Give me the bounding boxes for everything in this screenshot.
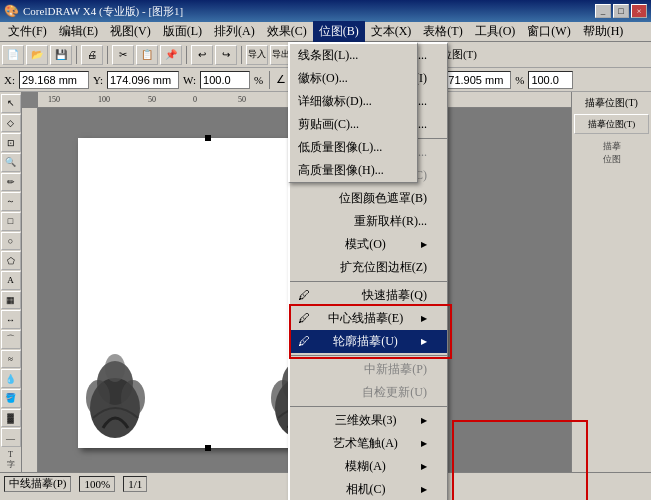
text-tool[interactable]: A [1, 271, 21, 290]
menu-arrange[interactable]: 排列(A) [208, 21, 261, 42]
menu-art-strokes[interactable]: 艺术笔触(A) ▶ [290, 432, 447, 455]
quick-trace-label: 快速描摹(Q) [362, 287, 427, 304]
shape-tool[interactable]: ◇ [1, 114, 21, 133]
cut-button[interactable]: ✂ [112, 45, 134, 65]
print-button[interactable]: 🖨 [81, 45, 103, 65]
save-button[interactable]: 💾 [50, 45, 72, 65]
undo-button[interactable]: ↩ [191, 45, 213, 65]
ellipse-tool[interactable]: ○ [1, 232, 21, 251]
crop-tool[interactable]: ⊡ [1, 133, 21, 152]
menu-mode[interactable]: 模式(O) ▶ [290, 233, 447, 256]
submenu-low-quality[interactable]: 低质量图像(L)... [290, 136, 417, 159]
menu-tools[interactable]: 工具(O) [469, 21, 522, 42]
polygon-tool[interactable]: ⬠ [1, 251, 21, 270]
paste-button[interactable]: 📌 [160, 45, 182, 65]
minimize-button[interactable]: _ [595, 4, 611, 18]
menu-window[interactable]: 窗口(W) [521, 21, 576, 42]
x-input[interactable]: 29.168 mm [19, 71, 89, 89]
menu-help[interactable]: 帮助(H) [577, 21, 630, 42]
detailed-logo-label: 详细徽标(D)... [298, 93, 372, 110]
mode-label: 模式(O) [345, 236, 386, 253]
ruler-vertical [22, 108, 38, 472]
menu-camera[interactable]: 相机(C) ▶ [290, 478, 447, 500]
page-info: 1/1 [128, 478, 142, 490]
window-controls: _ □ × [595, 4, 647, 18]
smart-draw-tool[interactable]: ～ [1, 192, 21, 211]
handle-bottom[interactable] [205, 445, 211, 451]
3d-arrow: ▶ [421, 416, 427, 425]
menu-outline-trace[interactable]: 🖊 轮廓描摹(U) ▶ [290, 330, 447, 353]
interactive-fill-tool[interactable]: 🪣 [1, 389, 21, 408]
open-button[interactable]: 📂 [26, 45, 48, 65]
low-quality-label: 低质量图像(L)... [298, 139, 382, 156]
copy-button[interactable]: 📋 [136, 45, 158, 65]
redo-button[interactable]: ↪ [215, 45, 237, 65]
divider-2 [290, 281, 447, 282]
trace-bitmap-button[interactable]: 描摹位图(T) [574, 114, 649, 134]
menu-view[interactable]: 视图(V) [104, 21, 157, 42]
freehand-tool[interactable]: ✏ [1, 173, 21, 192]
menu-centerline-trace[interactable]: 🖊 中心线描摹(E) ▶ [290, 307, 447, 330]
zoom-tool[interactable]: 🔍 [1, 153, 21, 172]
menu-bitmap[interactable]: 位图(B) [313, 21, 365, 42]
new-button[interactable]: 📄 [2, 45, 24, 65]
rectangle-tool[interactable]: □ [1, 212, 21, 231]
eyedropper-tool[interactable]: 💧 [1, 369, 21, 388]
status-page: 1/1 [123, 476, 147, 492]
connector-tool[interactable]: ⌒ [1, 330, 21, 349]
menu-layout[interactable]: 版面(L) [157, 21, 208, 42]
menu-effects[interactable]: 效果(C) [261, 21, 313, 42]
menu-blur[interactable]: 模糊(A) ▶ [290, 455, 447, 478]
title-text: CorelDRAW X4 (专业版) - [图形1] [23, 4, 595, 19]
menu-bar: 文件(F) 编辑(E) 视图(V) 版面(L) 排列(A) 效果(C) 位图(B… [0, 22, 651, 42]
close-button[interactable]: × [631, 4, 647, 18]
angle-label: ∠ [274, 73, 288, 86]
centerline-arrow: ▶ [421, 314, 427, 323]
outline-trace-label: 轮廓描摹(U) [333, 333, 398, 350]
menu-table[interactable]: 表格(T) [417, 21, 468, 42]
centerline-label: 中心线描摹(E) [328, 310, 403, 327]
camera-label: 相机(C) [346, 481, 386, 498]
menu-bitmap-mask[interactable]: 位图颜色遮罩(B) [290, 187, 447, 210]
submenu-line-art[interactable]: 线条图(L)... [290, 44, 417, 67]
blur-label: 模糊(A) [345, 458, 386, 475]
h-input[interactable] [439, 71, 511, 89]
menu-renew-trace[interactable]: 中新描摹(P) [290, 358, 447, 381]
maximize-button[interactable]: □ [613, 4, 629, 18]
handle-top[interactable] [205, 135, 211, 141]
logo-label: 徽标(O)... [298, 70, 348, 87]
blur-arrow: ▶ [421, 462, 427, 471]
y-label: Y: [91, 74, 105, 86]
submenu-clipart[interactable]: 剪贴画(C)... [290, 113, 417, 136]
table-tool[interactable]: ▦ [1, 291, 21, 310]
menu-self-check[interactable]: 自检更新(U) [290, 381, 447, 404]
menu-resample[interactable]: 重新取样(R)... [290, 210, 447, 233]
y-input[interactable] [107, 71, 179, 89]
separator-2 [107, 46, 108, 64]
menu-3d-effects[interactable]: 三维效果(3) ▶ [290, 409, 447, 432]
percent-label: % [252, 74, 265, 86]
import-button[interactable]: 导入 [246, 45, 268, 65]
h-percent-input[interactable] [528, 71, 573, 89]
menu-edit[interactable]: 编辑(E) [53, 21, 104, 42]
submenu-logo[interactable]: 徽标(O)... [290, 67, 417, 90]
clipart-label: 剪贴画(C)... [298, 116, 359, 133]
submenu-high-quality[interactable]: 高质量图像(H)... [290, 159, 417, 182]
menu-quick-trace[interactable]: 🖊 快速描摹(Q) [290, 284, 447, 307]
dimension-tool[interactable]: ↔ [1, 310, 21, 329]
submenu-detailed-logo[interactable]: 详细徽标(D)... [290, 90, 417, 113]
fill-tool[interactable]: ▓ [1, 409, 21, 428]
menu-file[interactable]: 文件(F) [2, 21, 53, 42]
tool-labels: T字 [5, 448, 17, 472]
select-tool[interactable]: ↖ [1, 94, 21, 113]
menu-expand-border[interactable]: 扩充位图边框(Z) [290, 256, 447, 279]
renew-label: 中新描摹(P) [364, 361, 427, 378]
status-zoom: 100% [79, 476, 115, 492]
blend-tool[interactable]: ≈ [1, 350, 21, 369]
h-percent-label: % [513, 74, 526, 86]
w-input[interactable] [200, 71, 250, 89]
divider-4 [290, 406, 447, 407]
menu-text[interactable]: 文本(X) [365, 21, 418, 42]
outline-tool[interactable]: — [1, 428, 21, 447]
high-quality-label: 高质量图像(H)... [298, 162, 384, 179]
